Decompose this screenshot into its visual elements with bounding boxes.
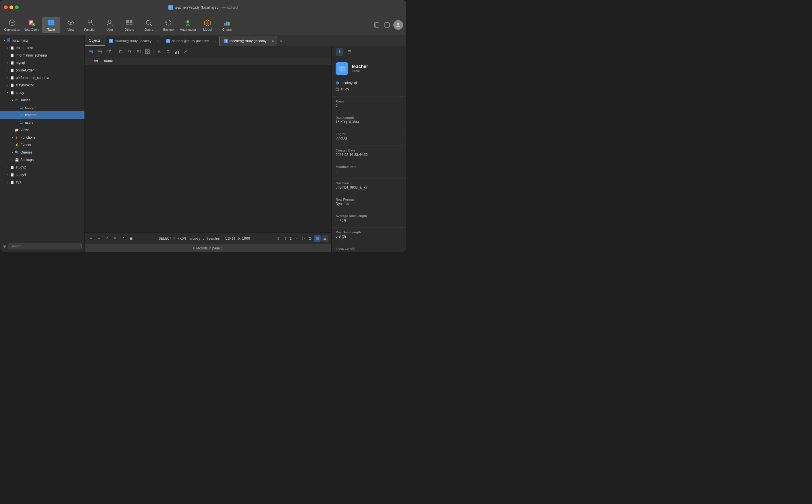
tree-online-order[interactable]: › 📋 onlineOrder [0, 67, 84, 74]
data-grid[interactable]: tid name [85, 57, 331, 232]
toolbar-automation[interactable]: Automation [179, 17, 197, 33]
data-toolbar [85, 46, 331, 57]
tree-study4[interactable]: › 📋 study4 [0, 171, 84, 179]
fullscreen-button[interactable] [15, 5, 19, 9]
sidebar-tree[interactable]: ▼ 🗄 localmysql › 📋 ebean_test › 📋 inform… [0, 35, 84, 240]
toolbar-others[interactable]: Others [120, 17, 138, 33]
discard-btn[interactable]: ✕ [112, 235, 118, 242]
tree-sys[interactable]: › 📋 sys [0, 179, 84, 186]
form-view-toggle[interactable]: ☰ [322, 235, 328, 242]
tables-folder-icon: 🗂 [14, 98, 19, 102]
toolbar-query[interactable]: Query [140, 17, 158, 33]
export-btn[interactable] [164, 48, 172, 55]
tree-mysql-label: mysql [16, 61, 25, 65]
tree-perf-label: performance_schema [16, 76, 49, 80]
layout-toggle-btn[interactable] [383, 21, 391, 29]
toolbar-function[interactable]: Function [81, 17, 99, 33]
toolbar-model[interactable]: Model [198, 17, 217, 33]
toolbar-connection[interactable]: Connection [3, 17, 21, 33]
tree-perf-schema[interactable]: › 📋 performance_schema [0, 74, 84, 82]
toolbar-backup[interactable]: Backup [159, 17, 177, 33]
titlebar: 🗄 teacher@study (localmysql) — Edited [0, 0, 406, 15]
tree-teacher[interactable]: › 🗂 teacher [0, 111, 84, 119]
tree-study2[interactable]: › 📋 study2 [0, 164, 84, 171]
search-input[interactable] [8, 243, 82, 249]
stop-btn[interactable]: ◼ [128, 235, 134, 242]
tab-student-2[interactable]: 🗄 student@study (localmy... × [162, 36, 220, 46]
sidebar-pin-icon[interactable]: ⊕ [3, 244, 6, 249]
tree-study[interactable]: ▼ 📋 study [0, 89, 84, 96]
tree-backups[interactable]: › 💾 Backups [0, 156, 84, 164]
apply-btn[interactable]: ✓ [104, 235, 110, 242]
add-record-btn[interactable]: + [88, 235, 94, 242]
first-page-btn[interactable]: ⟨⟨ [275, 235, 281, 242]
title-text: teacher@study (localmysql) [174, 5, 221, 9]
tree-mysql[interactable]: › 📋 mysql [0, 59, 84, 67]
col-name[interactable]: name [101, 57, 116, 65]
tab-teacher[interactable]: 🗄 teacher@study (localmy... × [220, 36, 277, 46]
close-button[interactable] [4, 5, 8, 9]
svg-rect-56 [148, 50, 149, 51]
delete-row-btn[interactable] [96, 48, 104, 55]
grid-view-toggle[interactable]: ⊞ [314, 235, 321, 242]
tree-functions[interactable]: › ƒ Functions [0, 134, 84, 141]
rp-list-btn[interactable]: ☰ [345, 48, 353, 56]
add-row-btn[interactable] [87, 48, 95, 55]
tree-study4-label: study4 [16, 173, 26, 177]
toolbar-table[interactable]: Table [42, 17, 60, 33]
next-page-btn[interactable]: ⟩ [293, 235, 299, 242]
tree-users[interactable]: › 🗂 users [0, 119, 84, 126]
rp-info-btn[interactable]: ℹ [336, 48, 343, 56]
tree-stay-label: staybooking [16, 83, 34, 87]
tree-info-schema[interactable]: › 📋 information_schema [0, 52, 84, 59]
traffic-lights [0, 5, 19, 9]
tab-objects[interactable]: Objects [85, 36, 105, 46]
tree-tables-folder[interactable]: ▼ 🗂 Tables [0, 96, 84, 104]
tab-more-btn[interactable]: » [277, 36, 286, 46]
user-avatar[interactable] [393, 20, 403, 30]
tree-info-label: information_schema [16, 53, 47, 57]
minimize-button[interactable] [9, 5, 13, 9]
tab-teacher-close[interactable]: × [272, 39, 274, 43]
tree-events[interactable]: › ⚡ Events [0, 141, 84, 149]
model-icon [204, 19, 212, 27]
events-icon: ⚡ [14, 143, 19, 147]
sidebar-toggle-btn[interactable] [373, 21, 381, 29]
schema-info-icon: 📋 [10, 53, 14, 58]
filter-btn[interactable] [125, 48, 133, 55]
tree-student[interactable]: › 🗂 student [0, 104, 84, 111]
chart-btn[interactable] [173, 48, 181, 55]
settings-btn[interactable]: ⚙ [308, 236, 312, 241]
last-page-btn[interactable]: ⟩⟩ [300, 235, 307, 242]
chevron-users: › [15, 121, 19, 125]
stats-btn[interactable] [182, 48, 190, 55]
col-tid[interactable]: tid [91, 57, 101, 65]
tab-student-1[interactable]: 🗄 student@study (localmy... × [105, 36, 162, 46]
schema-small-icon [336, 88, 339, 91]
tree-localmysql[interactable]: ▼ 🗄 localmysql [0, 37, 84, 44]
import-btn[interactable] [155, 48, 163, 55]
tree-views[interactable]: › 📁 Views [0, 126, 84, 134]
views-icon: 📁 [14, 128, 19, 132]
copy-btn[interactable] [117, 48, 125, 55]
rp-max-data-value: 0 B (0) [336, 234, 402, 239]
tree-ebean-test[interactable]: › 📋 ebean_test [0, 44, 84, 52]
grid-view-btn[interactable] [143, 48, 151, 55]
refresh-btn[interactable]: ↺ [120, 235, 126, 242]
rp-name-block: teacher Table [352, 64, 368, 73]
toolbar-view[interactable]: View [61, 17, 80, 33]
remove-record-btn[interactable]: − [96, 235, 102, 242]
toolbar-charts[interactable]: Charts [218, 17, 236, 33]
svg-rect-61 [178, 51, 179, 54]
prev-page-btn[interactable]: ⟨ [282, 235, 289, 242]
edit-row-btn[interactable] [105, 48, 113, 55]
tree-staybooking[interactable]: › 📋 staybooking [0, 82, 84, 89]
chevron-functions: › [10, 135, 14, 139]
toolbar-new-query[interactable]: New Query [22, 17, 41, 33]
sort-btn[interactable] [134, 48, 142, 55]
tree-queries[interactable]: › 🔍 Queries [0, 149, 84, 156]
toolbar-user[interactable]: User [100, 17, 119, 33]
tab-student1-close[interactable]: × [157, 39, 158, 43]
tab-student2-close[interactable]: × [215, 39, 216, 43]
chevron-mysql: › [6, 61, 10, 65]
